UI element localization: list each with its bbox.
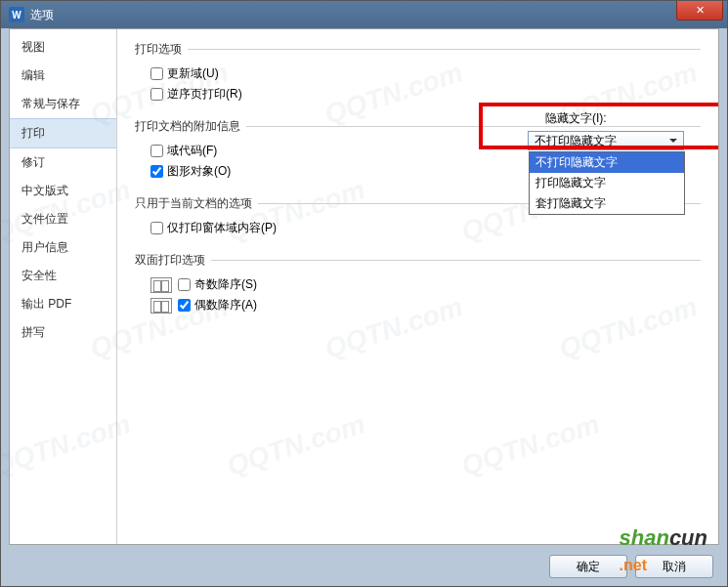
checkbox-input[interactable] bbox=[150, 67, 163, 80]
checkbox-even-desc[interactable]: 偶数降序(A) bbox=[150, 295, 701, 315]
sidebar-item-security[interactable]: 安全性 bbox=[10, 262, 116, 290]
sidebar-item-print[interactable]: 打印 bbox=[10, 118, 116, 148]
sidebar-item-revision[interactable]: 修订 bbox=[10, 148, 116, 177]
checkbox-reverse-print[interactable]: 逆序页打印(R) bbox=[150, 84, 701, 105]
cancel-button[interactable]: 取消 bbox=[635, 555, 713, 578]
sidebar: 视图 编辑 常规与保存 打印 修订 中文版式 文件位置 用户信息 安全性 输出 … bbox=[10, 29, 117, 544]
sidebar-item-spelling[interactable]: 拼写 bbox=[10, 318, 116, 347]
footer: 确定 取消 bbox=[549, 555, 713, 578]
checkbox-input[interactable] bbox=[150, 88, 163, 101]
sidebar-item-view[interactable]: 视图 bbox=[10, 33, 116, 62]
checkbox-input[interactable] bbox=[150, 165, 163, 178]
divider bbox=[211, 260, 701, 261]
checkbox-input[interactable] bbox=[178, 278, 191, 291]
group-title: 打印选项 bbox=[135, 41, 182, 58]
pages-even-icon bbox=[150, 298, 172, 314]
chevron-down-icon bbox=[669, 139, 677, 143]
sidebar-item-user-info[interactable]: 用户信息 bbox=[10, 233, 116, 262]
group-title: 双面打印选项 bbox=[135, 252, 205, 269]
hidden-text-label: 隐藏文字(I): bbox=[528, 110, 684, 127]
sidebar-item-output-pdf[interactable]: 输出 PDF bbox=[10, 290, 116, 318]
options-dialog: W 选项 ✕ QQTN.com QQTN.com QQTN.com QQTN.c… bbox=[0, 0, 728, 587]
checkbox-update-fields[interactable]: 更新域(U) bbox=[150, 63, 701, 84]
checkbox-input[interactable] bbox=[150, 222, 163, 234]
checkbox-input[interactable] bbox=[150, 145, 163, 157]
pages-odd-icon bbox=[150, 277, 172, 293]
app-icon: W bbox=[9, 7, 24, 22]
dropdown-list: 不打印隐藏文字 打印隐藏文字 套打隐藏文字 bbox=[529, 151, 685, 215]
checkbox-input[interactable] bbox=[178, 299, 191, 312]
close-button[interactable]: ✕ bbox=[676, 1, 723, 21]
sidebar-item-edit[interactable]: 编辑 bbox=[10, 62, 116, 90]
checkbox-odd-desc[interactable]: 奇数降序(S) bbox=[150, 274, 701, 295]
ok-button[interactable]: 确定 bbox=[549, 555, 627, 578]
group-duplex: 双面打印选项 奇数降序(S) 偶数降序(A) bbox=[135, 252, 701, 315]
dropdown-selected: 不打印隐藏文字 bbox=[535, 133, 617, 149]
content-panel: 打印选项 更新域(U) 逆序页打印(R) 打印文档的附加信息 bbox=[117, 29, 718, 544]
sidebar-item-cn-layout[interactable]: 中文版式 bbox=[10, 177, 116, 205]
checkbox-form-fields-only[interactable]: 仅打印窗体域内容(P) bbox=[150, 218, 701, 238]
group-title: 只用于当前文档的选项 bbox=[135, 195, 252, 212]
dialog-body: QQTN.com QQTN.com QQTN.com QQTN.com QQTN… bbox=[9, 28, 719, 545]
titlebar: W 选项 ✕ bbox=[1, 1, 727, 28]
sidebar-item-general[interactable]: 常规与保存 bbox=[10, 90, 116, 118]
window-title: 选项 bbox=[30, 7, 54, 23]
group-print-options: 打印选项 更新域(U) 逆序页打印(R) bbox=[135, 41, 701, 105]
dropdown-option[interactable]: 不打印隐藏文字 bbox=[530, 152, 684, 173]
hidden-text-control: 隐藏文字(I): 不打印隐藏文字 不打印隐藏文字 打印隐藏文字 套打隐藏文字 bbox=[528, 110, 684, 150]
hidden-text-dropdown[interactable]: 不打印隐藏文字 不打印隐藏文字 打印隐藏文字 套打隐藏文字 bbox=[528, 131, 684, 150]
divider bbox=[188, 49, 701, 50]
dropdown-option[interactable]: 套打隐藏文字 bbox=[530, 193, 684, 214]
dropdown-option[interactable]: 打印隐藏文字 bbox=[530, 173, 684, 193]
group-title: 打印文档的附加信息 bbox=[135, 118, 240, 135]
close-icon: ✕ bbox=[696, 4, 705, 17]
sidebar-item-file-location[interactable]: 文件位置 bbox=[10, 205, 116, 233]
